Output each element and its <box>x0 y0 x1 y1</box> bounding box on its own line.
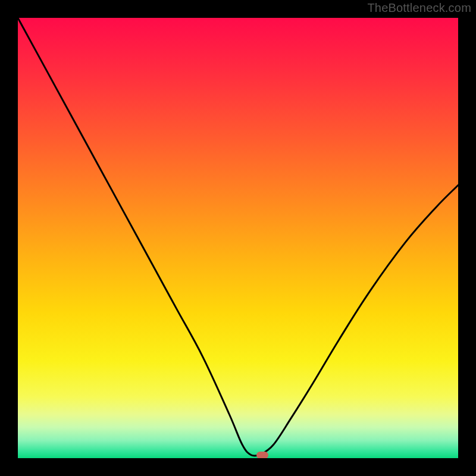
watermark-label: TheBottleneck.com <box>367 1 471 15</box>
chart-container: TheBottleneck.com <box>0 0 476 476</box>
right-curve-path <box>260 185 458 455</box>
bottleneck-curve <box>18 18 458 458</box>
left-curve-path <box>18 18 260 456</box>
bottleneck-marker <box>256 452 268 458</box>
plot-area <box>18 18 458 458</box>
